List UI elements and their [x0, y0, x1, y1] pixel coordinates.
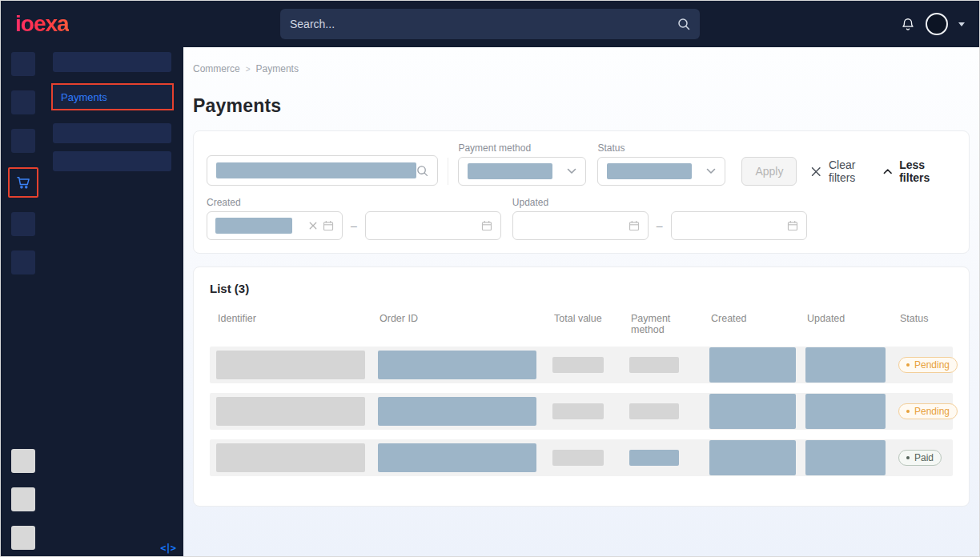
- payment-method-placeholder: [629, 357, 679, 373]
- order-id-placeholder: [378, 443, 536, 472]
- updated-to-date-input[interactable]: [671, 211, 807, 240]
- status-badge: Pending: [898, 403, 958, 419]
- shopping-cart-icon: [15, 174, 31, 190]
- breadcrumb-payments: Payments: [256, 63, 299, 74]
- payment-method-select[interactable]: [458, 157, 586, 186]
- sidebar-item-payments-active[interactable]: Payments: [51, 83, 174, 110]
- identifier-placeholder: [216, 397, 365, 426]
- rail-nav-item-3[interactable]: [11, 129, 35, 153]
- status-dot-icon: [906, 410, 910, 413]
- rail-nav-item-5[interactable]: [11, 212, 35, 236]
- rail-bottom-item-1[interactable]: [11, 449, 35, 473]
- status-field: Status: [597, 142, 725, 186]
- payments-list-panel: List (3) Identifier Order ID Total value…: [193, 266, 970, 507]
- rail-nav-item-6[interactable]: [11, 250, 35, 274]
- clear-filters-button[interactable]: Clear filters: [811, 157, 882, 186]
- status-select[interactable]: [597, 157, 725, 186]
- search-input[interactable]: [290, 18, 677, 30]
- col-order-id: Order ID: [380, 313, 544, 324]
- rail-bottom-group: [11, 449, 35, 550]
- created-label: Created: [207, 197, 501, 208]
- col-identifier: Identifier: [218, 313, 370, 324]
- rail-bottom-item-3[interactable]: [11, 526, 35, 550]
- app-body: Payments <|> Commerce > Payments Payment…: [1, 47, 979, 556]
- total-value-placeholder: [552, 403, 604, 419]
- table-row[interactable]: Pending: [210, 393, 953, 430]
- filter-search-input[interactable]: [207, 155, 438, 186]
- icon-rail: [1, 47, 45, 556]
- updated-placeholder: [805, 347, 886, 383]
- breadcrumb-commerce[interactable]: Commerce: [193, 63, 240, 74]
- rail-bottom-item-2[interactable]: [11, 487, 35, 511]
- rail-nav-item-1[interactable]: [11, 52, 35, 76]
- payment-method-placeholder: [629, 403, 679, 419]
- updated-range-field: Updated –: [512, 197, 807, 240]
- sidebar-item-placeholder-2[interactable]: [53, 123, 171, 143]
- clear-date-icon[interactable]: [309, 222, 317, 230]
- list-title: List (3): [210, 282, 953, 295]
- table-header: Identifier Order ID Total value Payment …: [210, 308, 953, 347]
- col-updated: Updated: [807, 313, 890, 324]
- range-dash: –: [655, 219, 665, 232]
- breadcrumb: Commerce > Payments: [193, 63, 970, 74]
- filter-search-value-placeholder: [216, 162, 416, 178]
- sidebar-item-placeholder-1[interactable]: [53, 52, 171, 72]
- status-label: Status: [597, 142, 725, 154]
- status-dot-icon: [906, 363, 910, 367]
- app-window: ioexa: [0, 0, 980, 557]
- chevron-up-icon: [883, 168, 893, 174]
- status-dot-icon: [906, 456, 910, 459]
- x-icon: [811, 166, 821, 177]
- total-value-placeholder: [552, 450, 604, 466]
- status-value-placeholder: [607, 163, 692, 179]
- clear-filters-label: Clear filters: [829, 158, 883, 184]
- filters-panel: Payment method Status: [193, 130, 970, 254]
- chevron-down-icon: [706, 168, 716, 174]
- updated-from-date-input[interactable]: [512, 211, 649, 240]
- calendar-icon[interactable]: [481, 220, 492, 231]
- app-logo[interactable]: ioexa: [15, 11, 69, 37]
- search-icon[interactable]: [677, 18, 690, 30]
- identifier-placeholder: [216, 351, 365, 379]
- updated-label: Updated: [512, 197, 807, 208]
- sidebar-collapse-icon[interactable]: <|>: [160, 543, 175, 554]
- user-menu-caret-icon[interactable]: [958, 22, 965, 26]
- identifier-placeholder: [216, 443, 365, 472]
- topbar-actions: [901, 13, 965, 35]
- created-to-date-input[interactable]: [365, 211, 501, 240]
- apply-button[interactable]: Apply: [741, 157, 797, 186]
- table-row[interactable]: Paid: [210, 439, 953, 476]
- global-search[interactable]: [280, 9, 700, 39]
- col-payment-method: Payment method: [631, 313, 701, 335]
- order-id-placeholder: [378, 397, 536, 426]
- less-filters-label: Less filters: [899, 158, 956, 184]
- rail-nav-item-2[interactable]: [11, 90, 35, 114]
- created-from-value-placeholder: [215, 218, 292, 234]
- created-placeholder: [709, 440, 796, 475]
- calendar-icon[interactable]: [629, 220, 640, 231]
- page-title: Payments: [193, 95, 970, 117]
- notifications-bell-icon[interactable]: [901, 17, 915, 32]
- updated-placeholder: [805, 440, 886, 475]
- status-label: Pending: [914, 359, 950, 371]
- filters-divider: [448, 158, 448, 185]
- created-range-field: Created: [207, 197, 501, 240]
- sidebar-item-placeholder-3[interactable]: [53, 151, 171, 171]
- sidebar: Payments <|>: [45, 47, 183, 556]
- order-id-placeholder: [378, 351, 536, 379]
- payment-method-placeholder: [629, 450, 679, 466]
- calendar-icon[interactable]: [323, 220, 334, 231]
- calendar-icon[interactable]: [787, 220, 798, 231]
- col-status: Status: [900, 313, 953, 324]
- col-created: Created: [711, 313, 797, 324]
- created-from-date-input[interactable]: [207, 211, 343, 240]
- main-content: Commerce > Payments Payments: [183, 47, 979, 556]
- status-label: Paid: [914, 452, 934, 463]
- user-avatar[interactable]: [926, 13, 948, 35]
- status-badge: Paid: [898, 450, 942, 466]
- less-filters-button[interactable]: Less filters: [883, 157, 956, 186]
- table-row[interactable]: Pending: [210, 347, 953, 383]
- breadcrumb-separator: >: [246, 65, 251, 74]
- rail-nav-item-commerce-highlighted[interactable]: [8, 167, 38, 198]
- created-placeholder: [709, 394, 796, 429]
